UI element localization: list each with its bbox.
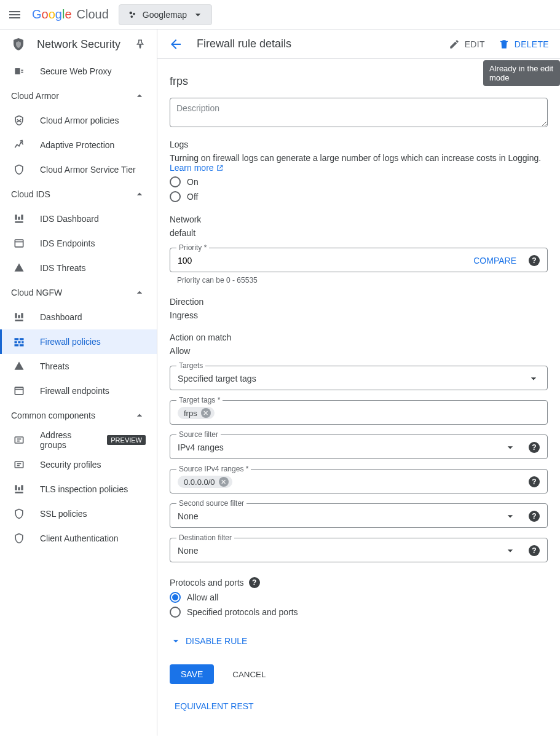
sidebar-item-firewall-endpoints[interactable]: Firewall endpoints (0, 379, 157, 403)
svg-rect-15 (15, 341, 17, 343)
equivalent-rest-link[interactable]: EQUIVALENT REST (175, 701, 548, 711)
target-tag-chip[interactable]: frps ✕ (178, 407, 215, 419)
sidebar-item-secure-web-proxy[interactable]: Secure Web Proxy (0, 59, 157, 84)
proxy-icon (13, 65, 25, 77)
priority-input[interactable] (178, 254, 473, 267)
destination-filter-select[interactable]: Destination filter None ? (170, 538, 548, 562)
sidebar-item-adaptive-protection[interactable]: Adaptive Protection (0, 133, 157, 157)
target-tags-field[interactable]: Target tags * frps ✕ (170, 400, 548, 425)
caret-down-icon (504, 545, 516, 557)
sidebar-group-common-components[interactable]: Common components (0, 403, 157, 428)
threats-icon (13, 262, 25, 274)
project-icon (127, 9, 138, 20)
logo-suffix: Cloud (77, 7, 109, 22)
logs-off-radio[interactable]: Off (170, 191, 548, 202)
pin-icon[interactable] (135, 39, 146, 50)
specified-protocols-radio[interactable]: Specified protocols and ports (170, 607, 548, 618)
sidebar-item-ids-endpoints[interactable]: IDS Endpoints (0, 231, 157, 256)
threats-icon (13, 360, 25, 372)
sidebar-item-ids-dashboard[interactable]: IDS Dashboard (0, 206, 157, 231)
caret-down-icon (504, 510, 516, 522)
radio-label: Off (187, 192, 198, 202)
source-ranges-field[interactable]: Source IPv4 ranges * 0.0.0.0/0 ✕ ? (170, 469, 548, 493)
sidebar-item-firewall-policies[interactable]: Firewall policies (0, 329, 157, 354)
project-name: Googlemap (143, 10, 187, 20)
sidebar-item-cloud-armor-policies[interactable]: Cloud Armor policies (0, 108, 157, 133)
help-icon[interactable]: ? (249, 577, 260, 588)
help-icon[interactable]: ? (529, 255, 540, 266)
sidebar-item-address-groups[interactable]: Address groups PREVIEW (0, 428, 157, 452)
armor-policies-icon (13, 114, 25, 127)
sidebar-item-label: TLS inspection policies (40, 484, 128, 494)
delete-button[interactable]: DELETE (499, 39, 549, 50)
firewall-icon (13, 336, 25, 348)
endpoints-icon (13, 237, 25, 250)
sidebar-item-label: Client Authentication (40, 533, 119, 543)
svg-rect-19 (20, 344, 24, 346)
chip-label: frps (184, 409, 197, 418)
dashboard-icon (13, 213, 25, 225)
logs-heading: Logs (170, 140, 548, 149)
sidebar-item-security-profiles[interactable]: Security profiles (0, 452, 157, 477)
radio-label: On (187, 177, 199, 187)
sidebar-group-cloud-ngfw[interactable]: Cloud NGFW (0, 280, 157, 305)
edit-button[interactable]: EDIT (449, 39, 485, 50)
svg-rect-9 (15, 313, 17, 318)
direction-label: Direction (170, 297, 548, 307)
source-filter-select[interactable]: Source filter IPv4 ranges ? (170, 434, 548, 459)
sidebar: Network Security Secure Web Proxy Cloud … (0, 29, 157, 736)
chip-remove-icon[interactable]: ✕ (219, 477, 229, 487)
sidebar-item-ngfw-dashboard[interactable]: Dashboard (0, 305, 157, 329)
project-selector[interactable]: Googlemap (119, 4, 212, 25)
nav-menu-icon[interactable] (7, 7, 22, 22)
disable-rule-toggle[interactable]: DISABLE RULE (170, 635, 247, 647)
svg-rect-14 (20, 338, 24, 340)
learn-more-link[interactable]: Learn more (170, 163, 224, 173)
page-title: Firewall rule details (197, 37, 291, 50)
sidebar-group-label: Cloud NGFW (11, 288, 62, 297)
svg-rect-26 (15, 492, 23, 493)
radio-icon (170, 176, 181, 187)
help-icon[interactable]: ? (529, 442, 540, 453)
targets-value: Specified target tags (178, 374, 256, 383)
priority-hint: Priority can be 0 - 65535 (177, 276, 548, 285)
chip-remove-icon[interactable]: ✕ (201, 408, 211, 418)
description-input[interactable]: Description (170, 98, 548, 127)
second-source-filter-select[interactable]: Second source filter None ? (170, 503, 548, 528)
sidebar-item-label: Firewall endpoints (40, 386, 109, 396)
delete-label: DELETE (515, 39, 549, 49)
sidebar-item-ssl-policies[interactable]: SSL policies (0, 501, 157, 526)
sidebar-item-client-auth[interactable]: Client Authentication (0, 526, 157, 551)
targets-select[interactable]: Targets Specified target tags (170, 366, 548, 390)
source-filter-value: IPv4 ranges (178, 442, 224, 452)
sidebar-group-cloud-armor[interactable]: Cloud Armor (0, 84, 157, 108)
allow-all-radio[interactable]: Allow all (170, 592, 548, 603)
back-arrow-icon[interactable] (168, 37, 183, 52)
svg-rect-17 (22, 341, 23, 343)
priority-field[interactable]: Priority * COMPARE ? (170, 248, 548, 272)
sidebar-item-tls-inspection[interactable]: TLS inspection policies (0, 477, 157, 501)
sidebar-group-label: Cloud Armor (11, 91, 59, 101)
logs-on-radio[interactable]: On (170, 176, 548, 187)
save-button[interactable]: SAVE (170, 664, 214, 684)
sidebar-item-label: IDS Endpoints (40, 238, 95, 248)
sidebar-item-ngfw-threats[interactable]: Threats (0, 354, 157, 379)
radio-icon (170, 191, 181, 202)
google-cloud-logo[interactable]: Google Cloud (32, 7, 109, 22)
edit-mode-tooltip: Already in the edit mode (483, 60, 560, 86)
description-placeholder: Description (176, 103, 219, 113)
sidebar-item-armor-service-tier[interactable]: Cloud Armor Service Tier (0, 157, 157, 182)
chip-label: 0.0.0.0/0 (184, 478, 215, 487)
caret-down-icon (504, 441, 516, 454)
help-icon[interactable]: ? (529, 545, 540, 556)
source-range-chip[interactable]: 0.0.0.0/0 ✕ (178, 476, 232, 488)
compare-link[interactable]: COMPARE (473, 256, 516, 265)
cancel-button[interactable]: CANCEL (229, 669, 269, 680)
radio-label: Allow all (187, 592, 218, 602)
svg-rect-10 (18, 315, 20, 318)
sidebar-group-cloud-ids[interactable]: Cloud IDS (0, 182, 157, 206)
help-icon[interactable]: ? (529, 476, 540, 487)
help-icon[interactable]: ? (529, 511, 540, 522)
sidebar-item-ids-threats[interactable]: IDS Threats (0, 256, 157, 280)
sidebar-item-label: Threats (40, 361, 69, 371)
